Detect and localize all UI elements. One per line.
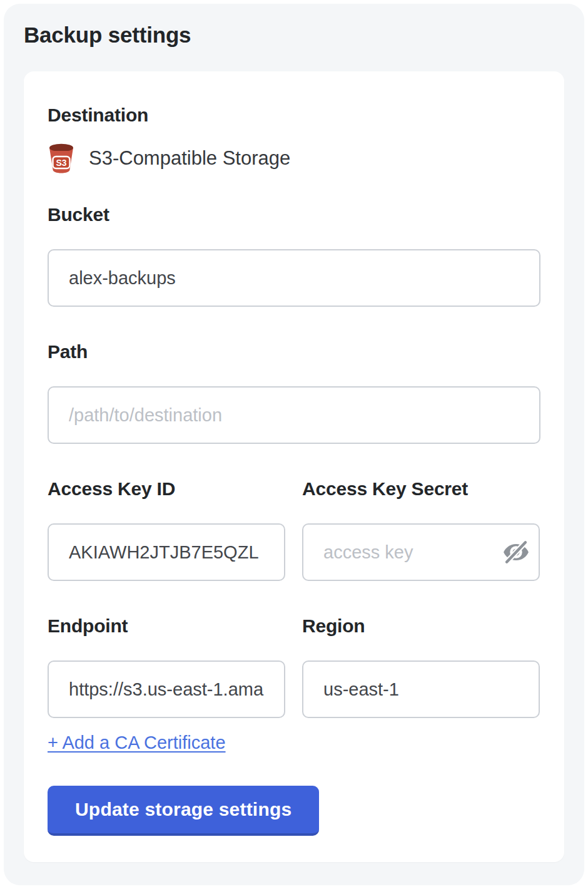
destination-value: S3-Compatible Storage [89, 143, 290, 173]
region-field: Region [302, 615, 540, 753]
bucket-input[interactable] [48, 249, 540, 307]
endpoint-region-row: Endpoint + Add a CA Certificate Region [48, 615, 540, 753]
s3-bucket-icon: S3 [48, 143, 75, 173]
page-title: Backup settings [24, 23, 564, 48]
path-label: Path [48, 341, 540, 362]
access-key-id-input[interactable] [48, 523, 285, 581]
access-key-secret-label: Access Key Secret [302, 478, 540, 500]
access-key-secret-input-wrap [302, 523, 540, 581]
s3-icon-badge-text: S3 [56, 158, 66, 168]
path-field: Path [48, 341, 540, 444]
access-key-id-label: Access Key ID [48, 478, 285, 500]
access-key-id-field: Access Key ID [48, 478, 285, 581]
endpoint-field: Endpoint + Add a CA Certificate [48, 615, 285, 753]
bucket-label: Bucket [48, 203, 540, 225]
toggle-secret-visibility-button[interactable] [500, 536, 532, 568]
backup-settings-page: Backup settings Destination S3 S3-Compat… [4, 4, 584, 885]
bucket-field: Bucket [48, 203, 540, 307]
endpoint-input[interactable] [48, 660, 285, 718]
path-input[interactable] [48, 386, 540, 444]
region-label: Region [302, 615, 540, 637]
region-input[interactable] [302, 660, 540, 718]
access-keys-row: Access Key ID Access Key Secret [48, 478, 540, 581]
backup-settings-card: Destination S3 S3-Compatible Storage Buc… [24, 71, 564, 862]
destination-label: Destination [48, 104, 540, 126]
destination-row: S3 S3-Compatible Storage [48, 143, 540, 173]
add-ca-certificate-link[interactable]: + Add a CA Certificate [48, 732, 226, 753]
access-key-secret-field: Access Key Secret [302, 478, 540, 581]
update-storage-settings-button[interactable]: Update storage settings [48, 786, 319, 836]
eye-off-icon [502, 538, 530, 567]
endpoint-label: Endpoint [48, 615, 285, 637]
